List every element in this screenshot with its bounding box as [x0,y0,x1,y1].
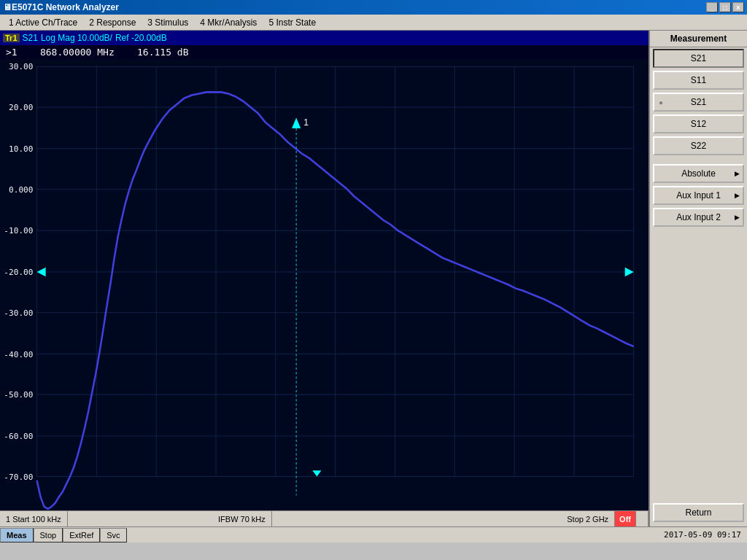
chart-container: Tr1 S21 Log Mag 10.00dB/ Ref -20.00dB >1… [0,31,649,526]
marker-num: >1 [6,47,18,58]
bottom-svc[interactable]: Svc [100,528,126,542]
svg-text:-20.00: -20.00 [4,268,33,277]
svg-text:0.000: 0.000 [9,185,34,195]
app-title: E5071C Network Analyzer [12,2,119,12]
svg-text:30.00: 30.00 [9,62,34,71]
svg-rect-2 [0,59,649,510]
chart-svg[interactable]: 30.00 20.00 10.00 0.000 -10.00 -20.00 -3… [0,59,649,510]
btn-return[interactable]: Return [653,503,744,522]
menubar: 1 Active Ch/Trace 2 Response 3 Stimulus … [0,15,747,31]
statusbar: 1 Start 100 kHz IFBW 70 kHz Stop 2 GHz O… [0,510,649,526]
menu-active-ch-trace[interactable]: 1 Active Ch/Trace [3,16,83,29]
marker-info: >1 868.00000 MHz 16.115 dB [0,45,649,59]
menu-mkr-analysis[interactable]: 4 Mkr/Analysis [194,16,263,29]
btn-s11[interactable]: S11 [653,71,744,90]
maximize-button[interactable]: □ [719,2,731,12]
status-start: 1 Start 100 kHz [0,511,68,526]
svg-text:-40.00: -40.00 [4,349,33,359]
titlebar-buttons: _ □ × [706,2,744,12]
marker-freq: 868.00000 MHz [40,47,115,58]
app-icon: 🖥 [3,2,12,12]
svg-text:-50.00: -50.00 [4,390,33,400]
titlebar: 🖥 E5071C Network Analyzer _ □ × [0,0,747,15]
btn-absolute[interactable]: Absolute [653,164,744,183]
status-off[interactable]: Off [615,511,636,526]
menu-stimulus[interactable]: 3 Stimulus [142,16,194,29]
panel-title: Measurement [650,31,747,47]
chart-measurement: S21 [23,33,38,43]
main-area: Tr1 S21 Log Mag 10.00dB/ Ref -20.00dB >1… [0,31,747,526]
svg-text:-10.00: -10.00 [4,226,33,236]
svg-text:20.00: 20.00 [9,103,34,112]
btn-aux-input-1[interactable]: Aux Input 1 [653,186,744,205]
btn-aux-input-2[interactable]: Aux Input 2 [653,208,744,227]
bottom-meas[interactable]: Meas [0,528,34,542]
datetime: 2017-05-09 09:17 [658,530,747,540]
chart-scale: Log Mag 10.00dB/ [41,33,112,43]
close-button[interactable]: × [732,2,744,12]
bottom-stop[interactable]: Stop [34,528,63,542]
status-bar-end [636,511,649,526]
marker-value: 16.115 dB [137,47,188,58]
btn-s21-active[interactable]: S21 [653,93,744,112]
minimize-button[interactable]: _ [706,2,718,12]
trace-label: Tr1 [3,34,20,42]
bottom-extref[interactable]: ExtRef [63,528,100,542]
svg-text:-30.00: -30.00 [4,308,33,318]
menu-instr-state[interactable]: 5 Instr State [263,16,322,29]
svg-text:10.00: 10.00 [9,144,34,154]
btn-s21-top[interactable]: S21 [653,49,744,68]
menu-response[interactable]: 2 Response [83,16,142,29]
chart-ref: Ref -20.00dB [115,33,167,43]
btn-s12[interactable]: S12 [653,114,744,133]
chart-header: Tr1 S21 Log Mag 10.00dB/ Ref -20.00dB [0,31,649,45]
svg-text:-70.00: -70.00 [4,472,33,482]
marker1-label: 1 [303,117,309,128]
btn-s22[interactable]: S22 [653,136,744,155]
svg-text:-60.00: -60.00 [4,432,33,441]
status-ifbw: IFBW 70 kHz [212,511,272,526]
bottombar: Meas Stop ExtRef Svc 2017-05-09 09:17 [0,526,747,542]
status-stop: Stop 2 GHz [561,511,615,526]
right-panel: Measurement S21 S11 S21 S12 S22 Absolute… [649,31,747,526]
